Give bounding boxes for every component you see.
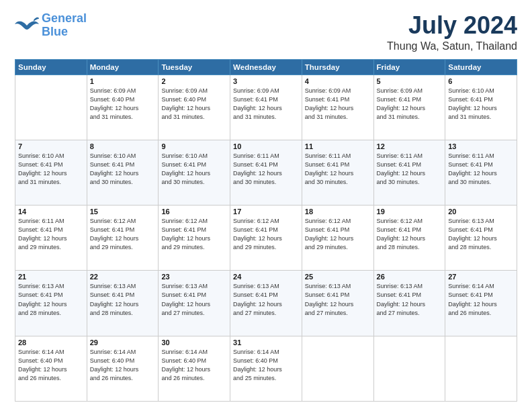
day-number: 6 xyxy=(448,77,514,85)
table-row: 25Sunrise: 6:13 AM Sunset: 6:41 PM Dayli… xyxy=(302,271,373,336)
day-info: Sunrise: 6:12 AM Sunset: 6:41 PM Dayligh… xyxy=(233,217,299,252)
day-info: Sunrise: 6:13 AM Sunset: 6:41 PM Dayligh… xyxy=(18,282,84,317)
table-row: 17Sunrise: 6:12 AM Sunset: 6:41 PM Dayli… xyxy=(230,205,302,271)
day-info: Sunrise: 6:09 AM Sunset: 6:40 PM Dayligh… xyxy=(90,87,156,122)
day-info: Sunrise: 6:09 AM Sunset: 6:41 PM Dayligh… xyxy=(377,87,443,122)
header-thursday: Thursday xyxy=(302,59,373,75)
day-number: 24 xyxy=(233,273,299,281)
header-friday: Friday xyxy=(373,59,445,75)
day-number: 15 xyxy=(90,208,156,216)
day-info: Sunrise: 6:10 AM Sunset: 6:41 PM Dayligh… xyxy=(18,152,84,187)
table-row xyxy=(15,75,87,140)
day-info: Sunrise: 6:11 AM Sunset: 6:41 PM Dayligh… xyxy=(18,217,84,252)
table-row: 31Sunrise: 6:14 AM Sunset: 6:40 PM Dayli… xyxy=(230,336,302,401)
table-row: 26Sunrise: 6:13 AM Sunset: 6:41 PM Dayli… xyxy=(373,271,445,336)
table-row: 27Sunrise: 6:14 AM Sunset: 6:41 PM Dayli… xyxy=(445,271,517,336)
day-info: Sunrise: 6:12 AM Sunset: 6:41 PM Dayligh… xyxy=(161,217,227,252)
table-row: 5Sunrise: 6:09 AM Sunset: 6:41 PM Daylig… xyxy=(373,75,445,140)
logo-icon xyxy=(15,16,39,35)
table-row: 23Sunrise: 6:13 AM Sunset: 6:41 PM Dayli… xyxy=(159,271,230,336)
day-number: 5 xyxy=(377,77,443,85)
table-row xyxy=(373,336,445,401)
day-info: Sunrise: 6:14 AM Sunset: 6:40 PM Dayligh… xyxy=(161,348,227,383)
day-info: Sunrise: 6:14 AM Sunset: 6:40 PM Dayligh… xyxy=(233,348,299,383)
table-row: 22Sunrise: 6:13 AM Sunset: 6:41 PM Dayli… xyxy=(87,271,159,336)
calendar-week-5: 28Sunrise: 6:14 AM Sunset: 6:40 PM Dayli… xyxy=(15,336,517,401)
table-row: 24Sunrise: 6:13 AM Sunset: 6:41 PM Dayli… xyxy=(230,271,302,336)
calendar-week-4: 21Sunrise: 6:13 AM Sunset: 6:41 PM Dayli… xyxy=(15,271,517,336)
table-row: 21Sunrise: 6:13 AM Sunset: 6:41 PM Dayli… xyxy=(15,271,87,336)
day-number: 11 xyxy=(305,142,371,150)
day-info: Sunrise: 6:09 AM Sunset: 6:41 PM Dayligh… xyxy=(233,87,299,122)
day-info: Sunrise: 6:13 AM Sunset: 6:41 PM Dayligh… xyxy=(161,282,227,317)
day-info: Sunrise: 6:14 AM Sunset: 6:40 PM Dayligh… xyxy=(90,348,156,383)
logo-text-line2: Blue xyxy=(42,26,87,39)
day-info: Sunrise: 6:13 AM Sunset: 6:41 PM Dayligh… xyxy=(448,217,514,252)
day-number: 27 xyxy=(448,273,514,281)
day-number: 26 xyxy=(377,273,443,281)
logo-text-line1: General xyxy=(42,12,87,26)
table-row: 6Sunrise: 6:10 AM Sunset: 6:41 PM Daylig… xyxy=(445,75,517,140)
day-number: 4 xyxy=(305,77,371,85)
day-info: Sunrise: 6:12 AM Sunset: 6:41 PM Dayligh… xyxy=(305,217,371,252)
calendar-table: Sunday Monday Tuesday Wednesday Thursday… xyxy=(15,59,517,402)
day-number: 23 xyxy=(161,273,227,281)
day-info: Sunrise: 6:12 AM Sunset: 6:41 PM Dayligh… xyxy=(377,217,443,252)
table-row: 1Sunrise: 6:09 AM Sunset: 6:40 PM Daylig… xyxy=(87,75,159,140)
calendar-header-row: Sunday Monday Tuesday Wednesday Thursday… xyxy=(15,59,517,75)
header-saturday: Saturday xyxy=(445,59,517,75)
table-row: 28Sunrise: 6:14 AM Sunset: 6:40 PM Dayli… xyxy=(15,336,87,401)
day-number: 12 xyxy=(377,142,443,150)
day-number: 10 xyxy=(233,142,299,150)
day-info: Sunrise: 6:14 AM Sunset: 6:40 PM Dayligh… xyxy=(18,348,84,383)
day-info: Sunrise: 6:14 AM Sunset: 6:41 PM Dayligh… xyxy=(448,282,514,317)
day-number: 7 xyxy=(18,142,84,150)
day-number: 20 xyxy=(448,208,514,216)
day-number: 30 xyxy=(161,338,227,347)
page: General Blue July 2024 Thung Wa, Satun, … xyxy=(0,0,532,411)
day-number: 29 xyxy=(90,338,156,347)
header-tuesday: Tuesday xyxy=(159,59,230,75)
table-row xyxy=(302,336,373,401)
table-row: 18Sunrise: 6:12 AM Sunset: 6:41 PM Dayli… xyxy=(302,205,373,271)
table-row: 8Sunrise: 6:10 AM Sunset: 6:41 PM Daylig… xyxy=(87,140,159,205)
day-number: 28 xyxy=(18,338,84,347)
table-row: 13Sunrise: 6:11 AM Sunset: 6:41 PM Dayli… xyxy=(445,140,517,205)
table-row xyxy=(445,336,517,401)
day-number: 1 xyxy=(90,77,156,85)
header-wednesday: Wednesday xyxy=(230,59,302,75)
day-info: Sunrise: 6:13 AM Sunset: 6:41 PM Dayligh… xyxy=(90,282,156,317)
table-row: 10Sunrise: 6:11 AM Sunset: 6:41 PM Dayli… xyxy=(230,140,302,205)
day-number: 18 xyxy=(305,208,371,216)
table-row: 29Sunrise: 6:14 AM Sunset: 6:40 PM Dayli… xyxy=(87,336,159,401)
table-row: 19Sunrise: 6:12 AM Sunset: 6:41 PM Dayli… xyxy=(373,205,445,271)
header: General Blue July 2024 Thung Wa, Satun, … xyxy=(15,12,517,52)
table-row: 9Sunrise: 6:10 AM Sunset: 6:41 PM Daylig… xyxy=(159,140,230,205)
table-row: 11Sunrise: 6:11 AM Sunset: 6:41 PM Dayli… xyxy=(302,140,373,205)
table-row: 3Sunrise: 6:09 AM Sunset: 6:41 PM Daylig… xyxy=(230,75,302,140)
calendar-week-1: 1Sunrise: 6:09 AM Sunset: 6:40 PM Daylig… xyxy=(15,75,517,140)
day-info: Sunrise: 6:10 AM Sunset: 6:41 PM Dayligh… xyxy=(90,152,156,187)
day-info: Sunrise: 6:13 AM Sunset: 6:41 PM Dayligh… xyxy=(233,282,299,317)
day-info: Sunrise: 6:10 AM Sunset: 6:41 PM Dayligh… xyxy=(448,87,514,122)
table-row: 4Sunrise: 6:09 AM Sunset: 6:41 PM Daylig… xyxy=(302,75,373,140)
day-info: Sunrise: 6:12 AM Sunset: 6:41 PM Dayligh… xyxy=(90,217,156,252)
table-row: 20Sunrise: 6:13 AM Sunset: 6:41 PM Dayli… xyxy=(445,205,517,271)
day-info: Sunrise: 6:11 AM Sunset: 6:41 PM Dayligh… xyxy=(377,152,443,187)
table-row: 14Sunrise: 6:11 AM Sunset: 6:41 PM Dayli… xyxy=(15,205,87,271)
table-row: 7Sunrise: 6:10 AM Sunset: 6:41 PM Daylig… xyxy=(15,140,87,205)
day-number: 25 xyxy=(305,273,371,281)
header-monday: Monday xyxy=(87,59,159,75)
day-number: 19 xyxy=(377,208,443,216)
day-info: Sunrise: 6:11 AM Sunset: 6:41 PM Dayligh… xyxy=(233,152,299,187)
day-info: Sunrise: 6:11 AM Sunset: 6:41 PM Dayligh… xyxy=(305,152,371,187)
day-number: 3 xyxy=(233,77,299,85)
day-number: 2 xyxy=(161,77,227,85)
day-number: 21 xyxy=(18,273,84,281)
logo: General Blue xyxy=(15,12,87,39)
day-number: 8 xyxy=(90,142,156,150)
table-row: 2Sunrise: 6:09 AM Sunset: 6:40 PM Daylig… xyxy=(159,75,230,140)
table-row: 30Sunrise: 6:14 AM Sunset: 6:40 PM Dayli… xyxy=(159,336,230,401)
day-number: 16 xyxy=(161,208,227,216)
main-title: July 2024 xyxy=(387,12,517,39)
